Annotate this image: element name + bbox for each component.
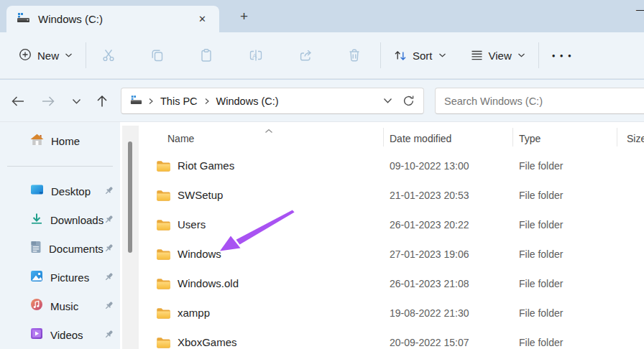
sidebar-item-label: Videos xyxy=(50,329,83,341)
breadcrumb-chevron-icon xyxy=(147,98,155,105)
sidebar-item-music[interactable]: Music xyxy=(3,292,117,320)
pin-icon xyxy=(104,185,114,199)
breadcrumb-this-pc[interactable]: This PC xyxy=(155,93,203,109)
column-header-type[interactable]: Type xyxy=(519,129,540,148)
toolbar-divider xyxy=(86,42,86,68)
copy-button[interactable] xyxy=(141,42,174,68)
navigation-pane: Home Desktop Downloads xyxy=(0,122,120,349)
breadcrumb-windows-c[interactable]: Windows (C:) xyxy=(211,93,284,109)
recent-locations-button[interactable] xyxy=(65,92,87,111)
up-button[interactable] xyxy=(91,92,113,111)
file-name: Windows.old xyxy=(178,277,239,289)
view-button-label: View xyxy=(489,50,512,62)
column-header-date-modified[interactable]: Date modified xyxy=(390,129,451,148)
rename-button[interactable]: A xyxy=(239,42,273,68)
file-name: SWSetup xyxy=(178,189,223,201)
file-type: File folder xyxy=(519,219,563,231)
forward-button[interactable] xyxy=(37,92,59,111)
pin-icon xyxy=(104,243,114,256)
sidebar-item-home[interactable]: Home xyxy=(3,126,117,155)
folder-icon xyxy=(156,190,171,205)
pictures-icon xyxy=(30,270,43,285)
videos-icon xyxy=(30,327,43,343)
explorer-body: Home Desktop Downloads xyxy=(0,122,644,349)
documents-icon xyxy=(30,241,42,256)
column-separator[interactable] xyxy=(512,128,513,146)
sidebar-item-label: Downloads xyxy=(50,214,104,226)
file-name: Riot Games xyxy=(178,159,234,172)
sidebar-item-videos[interactable]: Videos xyxy=(3,320,117,349)
folder-icon xyxy=(156,337,171,349)
file-row-riot-games[interactable]: Riot Games 09-10-2022 13:00 File folder xyxy=(139,152,644,182)
file-row-users[interactable]: Users 26-01-2023 20:22 File folder xyxy=(139,211,644,241)
column-header-size[interactable]: Size xyxy=(627,129,644,148)
address-bar[interactable]: This PC Windows (C:) xyxy=(121,88,424,114)
pin-icon xyxy=(104,329,114,343)
file-date-modified: 26-01-2023 21:08 xyxy=(390,278,469,289)
new-button[interactable]: New xyxy=(12,42,80,69)
drive-icon xyxy=(17,12,30,26)
column-separator[interactable] xyxy=(617,128,617,146)
new-plus-icon xyxy=(19,48,32,63)
folder-icon xyxy=(156,307,171,322)
music-icon xyxy=(30,298,43,314)
address-dropdown-icon[interactable] xyxy=(383,98,392,104)
refresh-icon[interactable] xyxy=(402,95,415,107)
scrollbar-thumb[interactable] xyxy=(128,141,132,253)
folder-icon xyxy=(156,278,171,293)
minimize-icon[interactable]: — xyxy=(636,3,644,15)
file-row-swsetup[interactable]: SWSetup 21-01-2023 20:53 File folder xyxy=(139,182,644,211)
view-button[interactable]: View xyxy=(464,44,533,68)
file-list: Name Date modified Type Size Riot Games … xyxy=(139,122,644,349)
tab-strip: Windows (C:) ✕ + — xyxy=(0,0,644,32)
sidebar-item-pictures[interactable]: Pictures xyxy=(3,263,117,292)
chevron-down-icon xyxy=(438,52,446,58)
sidebar-item-label: Home xyxy=(51,135,80,147)
file-date-modified: 20-09-2022 15:07 xyxy=(390,337,469,348)
pin-icon xyxy=(104,271,114,285)
folder-icon xyxy=(156,248,171,264)
folder-icon xyxy=(156,219,171,234)
sidebar-item-label: Desktop xyxy=(51,185,91,197)
sidebar-item-desktop[interactable]: Desktop xyxy=(3,177,117,205)
file-row-windows-old[interactable]: Windows.old 26-01-2023 21:08 File folder xyxy=(139,270,644,299)
tab-close-icon[interactable]: ✕ xyxy=(193,11,212,27)
paste-icon xyxy=(199,48,213,62)
more-options-icon[interactable]: ● ● ● xyxy=(545,48,580,63)
back-button[interactable] xyxy=(7,92,29,111)
new-tab-button[interactable]: + xyxy=(234,9,254,24)
drive-icon xyxy=(130,95,142,108)
new-button-label: New xyxy=(37,50,59,62)
file-row-windows[interactable]: Windows 27-01-2023 19:06 File folder xyxy=(139,241,644,270)
file-name: Users xyxy=(178,218,206,231)
chevron-down-icon xyxy=(65,52,73,58)
rename-icon: A xyxy=(248,48,264,62)
file-name: XboxGames xyxy=(178,336,237,348)
file-row-xboxgames[interactable]: XboxGames 20-09-2022 15:07 File folder xyxy=(139,329,644,349)
desktop-icon xyxy=(30,184,44,199)
delete-button[interactable] xyxy=(339,42,370,68)
scrollbar-track[interactable] xyxy=(122,126,139,349)
share-button[interactable] xyxy=(289,42,323,68)
column-separator[interactable] xyxy=(383,128,384,146)
cut-button[interactable] xyxy=(92,42,125,68)
sidebar-item-documents[interactable]: Documents xyxy=(3,234,117,263)
file-date-modified: 21-01-2023 20:53 xyxy=(390,190,469,201)
downloads-icon xyxy=(30,213,43,228)
toolbar-divider xyxy=(538,42,539,68)
search-input[interactable] xyxy=(444,96,644,107)
view-icon xyxy=(471,50,483,61)
file-row-xampp[interactable]: xampp 19-08-2022 21:30 File folder xyxy=(139,299,644,329)
paste-button[interactable] xyxy=(190,42,223,68)
sort-button[interactable]: Sort xyxy=(387,44,454,68)
sidebar-item-downloads[interactable]: Downloads xyxy=(3,205,117,234)
tab-windows-c[interactable]: Windows (C:) ✕ xyxy=(6,6,219,32)
command-toolbar: New A xyxy=(0,32,644,79)
file-type: File folder xyxy=(519,160,563,172)
file-date-modified: 09-10-2022 13:00 xyxy=(390,160,469,172)
file-type: File folder xyxy=(519,248,563,260)
file-date-modified: 26-01-2023 20:22 xyxy=(390,219,469,231)
navigation-bar: This PC Windows (C:) xyxy=(0,80,644,122)
search-box xyxy=(435,88,644,114)
column-header-name[interactable]: Name xyxy=(167,129,194,148)
